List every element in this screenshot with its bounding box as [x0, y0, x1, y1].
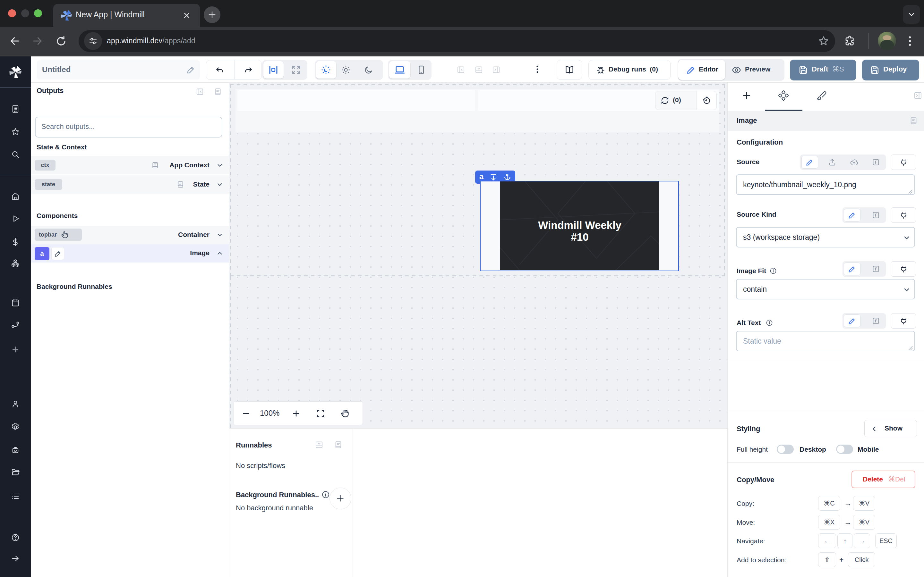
svg-text:#10: #10	[571, 231, 588, 243]
svg-text:Windmill Weekly: Windmill Weekly	[538, 219, 622, 231]
